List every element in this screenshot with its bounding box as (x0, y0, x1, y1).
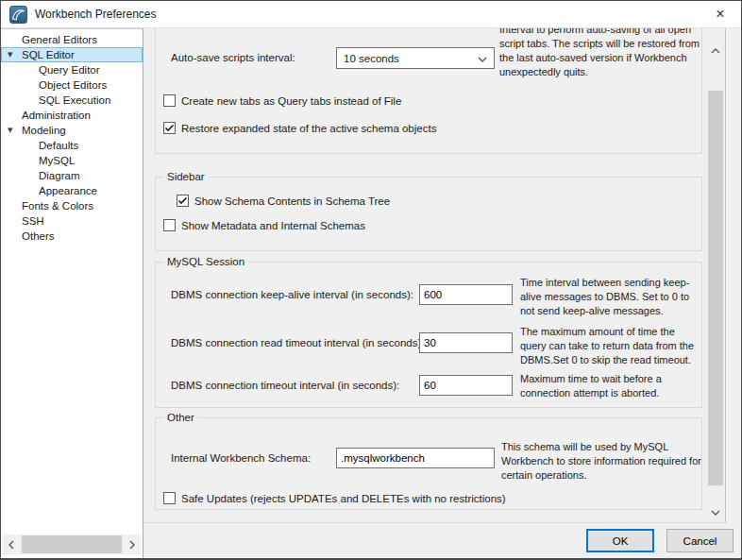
sidebar-item-defaults[interactable]: Defaults (1, 138, 143, 153)
checkbox-box (163, 492, 176, 504)
sidebar-item-sql-execution[interactable]: SQL Execution (1, 93, 143, 108)
ok-button[interactable]: OK (586, 529, 654, 552)
internal-workbench-schema-label: Internal Workbench Schema: (171, 452, 311, 464)
checkbox-box (163, 219, 176, 231)
sidebar-group-box: Sidebar (155, 177, 702, 251)
scroll-down-icon[interactable] (707, 504, 724, 520)
preferences-sidebar: General Editors ▼SQL Editor Query Editor… (1, 28, 143, 558)
sidebar-item-query-editor[interactable]: Query Editor (1, 62, 143, 77)
preferences-content: Auto-save scripts interval: 10 seconds I… (143, 28, 742, 558)
vertical-scroll-thumb[interactable] (708, 91, 723, 485)
sidebar-item-appearance[interactable]: Appearance (1, 183, 143, 198)
scrollbar-edge-line (725, 28, 726, 522)
expander-icon[interactable]: ▼ (8, 47, 12, 62)
checkbox-show-schema-contents[interactable]: Show Schema Contents in Schema Tree (177, 195, 390, 208)
check-icon (177, 195, 188, 206)
sidebar-item-administration[interactable]: Administration (1, 108, 143, 123)
scroll-left-icon[interactable] (2, 535, 20, 554)
scroll-right-icon[interactable] (123, 535, 141, 554)
checkbox-show-metadata[interactable]: Show Metadata and Internal Schemas (163, 219, 365, 232)
window-title: Workbench Preferences (35, 8, 157, 21)
workbench-preferences-dialog: Workbench Preferences × General Editors … (0, 0, 742, 560)
horizontal-scroll-thumb[interactable] (22, 535, 122, 553)
scroll-up-icon[interactable] (707, 42, 724, 59)
checkbox-box (177, 195, 189, 207)
sidebar-item-mysql[interactable]: MySQL (1, 153, 143, 168)
cancel-button[interactable]: Cancel (666, 529, 734, 552)
sidebar-item-fonts-colors[interactable]: Fonts & Colors (1, 198, 143, 213)
close-icon[interactable]: × (708, 6, 733, 23)
chevron-down-icon (478, 53, 487, 64)
mysql-session-group-title: MySQL Session (163, 256, 248, 267)
sidebar-item-diagram[interactable]: Diagram (1, 168, 143, 183)
read-timeout-interval-input[interactable] (419, 332, 513, 353)
expander-icon[interactable]: ▼ (8, 123, 12, 138)
read-timeout-help-text: The maximum amount of time the query can… (520, 325, 702, 367)
keep-alive-interval-label: DBMS connection keep-alive interval (in … (171, 289, 413, 300)
connection-timeout-help-text: Maximum time to wait before a connection… (520, 372, 702, 400)
content-vertical-scrollbar[interactable] (707, 42, 724, 520)
sidebar-item-others[interactable]: Others (1, 229, 143, 244)
sidebar-item-ssh[interactable]: SSH (1, 213, 143, 229)
read-timeout-interval-label: DBMS connection read timeout interval (i… (171, 337, 424, 348)
sidebar-item-sql-editor[interactable]: ▼SQL Editor (1, 47, 143, 62)
workbench-logo-icon (9, 6, 27, 24)
checkbox-restore-expanded-state[interactable]: Restore expanded state of the active sch… (163, 122, 436, 135)
sidebar-horizontal-scrollbar[interactable] (2, 535, 141, 554)
sidebar-item-object-editors[interactable]: Object Editors (1, 77, 143, 93)
sidebar-item-general-editors[interactable]: General Editors (1, 32, 143, 47)
checkbox-box (163, 122, 176, 134)
check-icon (164, 123, 175, 133)
connection-timeout-interval-input[interactable] (419, 375, 513, 396)
checkbox-safe-updates[interactable]: Safe Updates (rejects UPDATEs and DELETE… (163, 492, 506, 505)
connection-timeout-interval-label: DBMS connection timeout interval (in sec… (171, 380, 399, 391)
sidebar-item-modeling[interactable]: ▼Modeling (1, 123, 143, 138)
checkbox-box (163, 94, 176, 107)
button-bar-separator (143, 522, 726, 523)
autosave-interval-label: Auto-save scripts interval: (171, 47, 295, 69)
preferences-tree: General Editors ▼SQL Editor Query Editor… (1, 29, 143, 244)
title-bar: Workbench Preferences × (1, 1, 741, 28)
internal-workbench-schema-input[interactable] (336, 448, 495, 468)
autosave-help-text: Interval to perform auto-saving of all o… (499, 28, 715, 79)
keep-alive-help-text: Time interval between sending keep-alive… (520, 276, 702, 318)
keep-alive-interval-input[interactable] (419, 284, 513, 305)
other-group-title: Other (163, 412, 198, 423)
autosave-interval-select[interactable]: 10 seconds (336, 47, 495, 69)
checkbox-create-new-tabs[interactable]: Create new tabs as Query tabs instead of… (163, 94, 401, 108)
sidebar-group-title: Sidebar (163, 171, 209, 182)
internal-schema-help-text: This schema will be used by MySQL Workbe… (501, 440, 702, 483)
